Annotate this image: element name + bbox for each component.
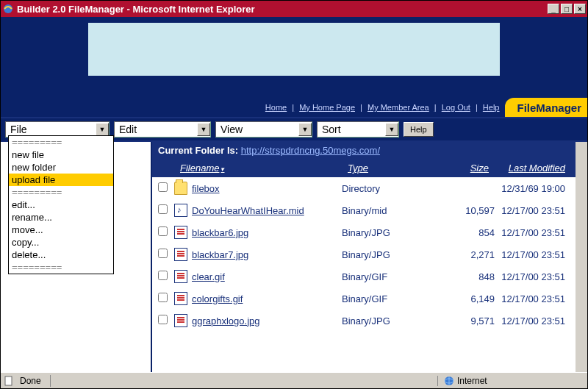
chevron-down-icon: ▼ xyxy=(385,123,398,136)
scrollbar[interactable] xyxy=(576,142,587,372)
file-size: 10,597 xyxy=(436,205,495,216)
file-type: Binary/mid xyxy=(342,205,436,216)
file-modified: 12/17/00 23:51 xyxy=(495,315,576,326)
file-type: Binary/GIF xyxy=(342,293,436,304)
menu-new-folder[interactable]: new folder xyxy=(9,161,113,174)
table-row: DoYouHearWhatIHear.midBinary/mid10,59712… xyxy=(152,199,576,221)
row-checkbox[interactable] xyxy=(158,271,168,280)
file-modified: 12/17/00 23:51 xyxy=(495,205,576,216)
chevron-down-icon: ▼ xyxy=(96,123,109,136)
titlebar: Builder 2.0 FileManager - Microsoft Inte… xyxy=(1,1,587,17)
nav-logout[interactable]: Log Out xyxy=(440,103,472,112)
chevron-down-icon: ▼ xyxy=(197,123,210,136)
menu-separator: ========= xyxy=(9,136,113,149)
menu-new-file[interactable]: new file xyxy=(9,149,113,161)
file-link[interactable]: DoYouHearWhatIHear.mid xyxy=(192,205,304,216)
file-size: 848 xyxy=(436,271,495,282)
chevron-down-icon: ▼ xyxy=(298,123,312,136)
file-type: Binary/JPG xyxy=(342,227,436,238)
menu-rename[interactable]: rename... xyxy=(9,211,113,224)
mid-icon xyxy=(174,204,187,217)
minimize-button[interactable]: _ xyxy=(548,4,559,14)
maximize-button[interactable]: □ xyxy=(561,4,573,14)
window-title: Builder 2.0 FileManager - Microsoft Inte… xyxy=(17,4,255,15)
nav-my-home[interactable]: My Home Page xyxy=(298,103,356,112)
edit-dropdown[interactable]: Edit ▼ xyxy=(114,121,211,138)
view-dropdown[interactable]: View ▼ xyxy=(215,121,312,138)
nav-help[interactable]: Help xyxy=(481,103,501,112)
banner-ad[interactable] xyxy=(88,23,500,76)
view-dropdown-label: View xyxy=(220,124,243,135)
menu-copy[interactable]: copy... xyxy=(9,236,113,249)
edit-dropdown-label: Edit xyxy=(119,124,137,135)
menu-separator: ========= xyxy=(9,261,113,274)
row-checkbox[interactable] xyxy=(158,249,168,258)
nav-home[interactable]: Home xyxy=(264,103,288,112)
table-row: colorgifts.gifBinary/GIF6,14912/17/00 23… xyxy=(152,288,576,310)
statusbar: Done Internet xyxy=(1,372,587,388)
table-row: blackbar7.jpgBinary/JPG2,27112/17/00 23:… xyxy=(152,243,576,265)
col-modified[interactable]: Last Modified xyxy=(495,161,576,175)
nav-member-area[interactable]: My Member Area xyxy=(366,103,431,112)
file-menu: ========= new file new folder upload fil… xyxy=(8,135,114,274)
menu-separator: ========= xyxy=(9,186,113,199)
sort-asc-icon: ▾ xyxy=(220,165,224,173)
file-size: 2,271 xyxy=(436,249,495,260)
close-button[interactable]: × xyxy=(574,4,586,14)
top-nav: Home | My Home Page | My Member Area | L… xyxy=(264,103,501,112)
file-link[interactable]: filebox xyxy=(192,183,220,194)
file-icon xyxy=(174,226,187,239)
file-type: Binary/JPG xyxy=(342,315,436,326)
file-modified: 12/17/00 23:51 xyxy=(495,227,576,238)
file-link[interactable]: colorgifts.gif xyxy=(192,293,243,304)
file-modified: 12/31/69 19:00 xyxy=(495,183,576,194)
file-link[interactable]: clear.gif xyxy=(192,271,225,282)
file-list: fileboxDirectory12/31/69 19:00DoYouHearW… xyxy=(152,177,576,372)
menu-move[interactable]: move... xyxy=(9,224,113,236)
sort-dropdown[interactable]: Sort ▼ xyxy=(317,121,399,138)
folder-icon xyxy=(174,182,187,195)
row-checkbox[interactable] xyxy=(158,293,168,302)
row-checkbox[interactable] xyxy=(158,315,168,324)
current-folder-label: Current Folder Is: xyxy=(158,145,238,156)
col-checkbox xyxy=(152,161,174,175)
col-type[interactable]: Type xyxy=(342,161,436,175)
file-icon xyxy=(174,292,187,305)
menu-delete[interactable]: delete... xyxy=(9,249,113,261)
row-checkbox[interactable] xyxy=(158,226,168,236)
file-type: Directory xyxy=(342,183,436,194)
column-headers: Filename▾ Type Size Last Modified xyxy=(152,159,576,177)
globe-icon xyxy=(444,376,454,386)
file-link[interactable]: blackbar7.jpg xyxy=(192,249,248,260)
current-folder-bar: Current Folder Is: http://strspdrdncng.5… xyxy=(152,142,576,159)
help-button[interactable]: Help xyxy=(404,122,434,137)
page-icon xyxy=(4,376,14,386)
file-icon xyxy=(174,248,187,261)
file-size: 9,571 xyxy=(436,315,495,326)
file-modified: 12/17/00 23:51 xyxy=(495,271,576,282)
menu-upload-file[interactable]: upload file xyxy=(9,174,113,186)
sort-dropdown-label: Sort xyxy=(322,124,341,135)
file-type: Binary/JPG xyxy=(342,249,436,260)
col-size[interactable]: Size xyxy=(436,161,495,175)
file-type: Binary/GIF xyxy=(342,271,436,282)
file-modified: 12/17/00 23:51 xyxy=(495,293,576,304)
status-zone: Internet xyxy=(457,376,487,386)
row-checkbox[interactable] xyxy=(158,182,168,192)
table-row: fileboxDirectory12/31/69 19:00 xyxy=(152,177,576,199)
menu-edit[interactable]: edit... xyxy=(9,199,113,211)
current-folder-link[interactable]: http://strspdrdncng.50megs.com/ xyxy=(241,145,380,156)
table-row: ggraphxlogo.jpgBinary/JPG9,57112/17/00 2… xyxy=(152,310,576,332)
file-link[interactable]: blackbar6.jpg xyxy=(192,227,248,238)
banner-area xyxy=(1,17,587,98)
file-icon xyxy=(174,270,187,283)
file-icon xyxy=(174,314,187,327)
table-row: clear.gifBinary/GIF84812/17/00 23:51 xyxy=(152,265,576,288)
status-text: Done xyxy=(20,376,41,386)
file-size: 854 xyxy=(436,227,495,238)
file-modified: 12/17/00 23:51 xyxy=(495,249,576,260)
row-checkbox[interactable] xyxy=(158,204,168,214)
col-filename[interactable]: Filename▾ xyxy=(174,161,342,175)
svg-rect-1 xyxy=(5,376,12,385)
file-link[interactable]: ggraphxlogo.jpg xyxy=(192,315,260,326)
